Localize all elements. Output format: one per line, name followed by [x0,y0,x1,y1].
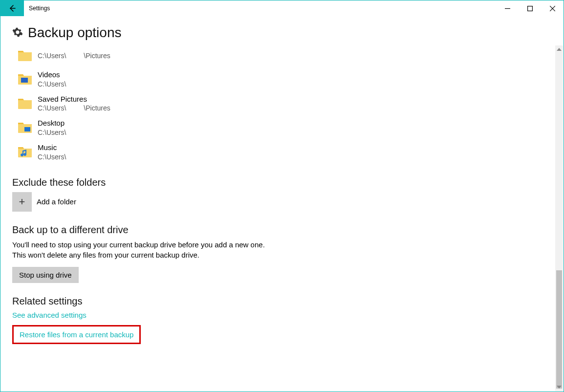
svg-rect-2 [527,6,532,11]
folder-path-prefix: C:\Users\ [38,153,66,161]
folder-path: C:\Users\ [38,152,84,161]
gear-icon [12,27,23,39]
folder-name: Saved Pictures [38,94,110,104]
restore-files-link[interactable]: Restore files from a current backup [20,330,133,339]
chevron-up-icon [557,48,562,51]
folder-music-icon [17,145,33,159]
minimize-icon [505,6,510,11]
window-controls [496,0,564,16]
scrollbar-thumb[interactable] [556,270,562,389]
folder-name: Videos [38,70,84,80]
folder-videos-icon [17,72,33,86]
folder-text: MusicC:\Users\ [38,143,84,161]
stop-using-drive-button[interactable]: Stop using drive [12,267,79,283]
related-heading: Related settings [12,296,552,307]
folder-pictures-icon [17,49,33,63]
folder-path-suffix: \Pictures [84,104,110,112]
titlebar: Settings [0,0,564,16]
folder-item[interactable]: VideosC:\Users\ [12,67,552,91]
folder-path-prefix: C:\Users\ [38,80,66,88]
folder-path: C:\Users\\Pictures [38,104,110,112]
folder-path-prefix: C:\Users\ [38,52,66,60]
restore-highlight: Restore files from a current backup [12,325,141,344]
maximize-button[interactable] [519,0,541,16]
close-button[interactable] [541,0,564,16]
folder-item[interactable]: DesktopC:\Users\ [12,115,552,140]
different-drive-body: You'll need to stop using your current b… [12,240,276,260]
folder-text: DesktopC:\Users\ [38,118,84,137]
folder-desktop-icon [17,121,33,134]
page-header: Backup options [0,16,564,44]
add-folder-label: Add a folder [37,197,76,206]
content-area: C:\Users\\PicturesVideosC:\Users\Saved P… [0,44,564,344]
folder-name: Music [38,143,84,152]
minimize-button[interactable] [496,0,519,16]
different-drive-heading: Back up to a different drive [12,224,552,236]
window-title: Settings [24,0,496,16]
folder-name: Desktop [38,118,84,128]
exclude-heading: Exclude these folders [12,177,552,188]
page-title: Backup options [28,25,121,41]
back-button[interactable] [0,0,24,16]
maximize-icon [527,6,533,11]
advanced-settings-link[interactable]: See advanced settings [12,311,87,319]
folder-item[interactable]: MusicC:\Users\ [12,140,552,164]
folder-path: C:\Users\\Pictures [38,51,110,60]
folder-text: VideosC:\Users\ [38,70,84,88]
chevron-down-icon [557,386,562,389]
folder-pictures-icon [17,97,33,110]
scroll-down-button[interactable] [555,383,563,391]
folder-text: C:\Users\\Pictures [38,51,110,60]
close-icon [550,6,555,11]
vertical-scrollbar[interactable] [555,45,563,391]
folder-path-prefix: C:\Users\ [38,104,66,112]
folder-path-suffix: \Pictures [84,52,110,60]
plus-icon: + [19,196,25,208]
folder-path-prefix: C:\Users\ [38,129,66,136]
folder-text: Saved PicturesC:\Users\\Pictures [38,94,110,113]
add-folder-row: + Add a folder [12,192,552,212]
folder-path: C:\Users\ [38,128,84,137]
folder-item[interactable]: C:\Users\\Pictures [12,44,552,67]
folder-path: C:\Users\ [38,80,84,88]
add-folder-button[interactable]: + [12,192,32,212]
scroll-up-button[interactable] [555,45,563,53]
arrow-left-icon [8,4,16,12]
folder-item[interactable]: Saved PicturesC:\Users\\Pictures [12,91,552,116]
